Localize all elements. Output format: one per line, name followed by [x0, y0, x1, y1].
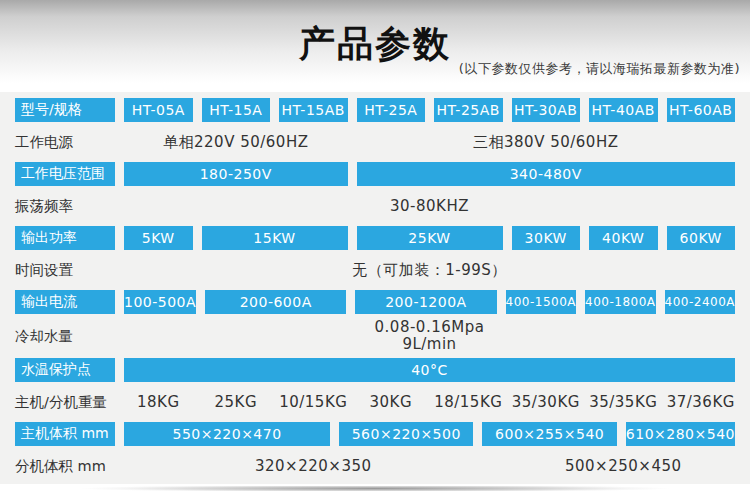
spec-cell: 180-250V	[124, 162, 348, 186]
spec-row: 主机体积 mm550×220×470560×220×500600×255×540…	[15, 420, 735, 448]
row-label: 主机/分机重量	[15, 393, 115, 412]
page-title: 产品参数	[0, 0, 750, 69]
spec-cell: 100-500A	[124, 290, 196, 314]
row-label: 输出功率	[15, 226, 115, 250]
spec-cell: 5KW	[124, 226, 193, 250]
spec-cell: 400-1500A	[506, 290, 576, 314]
spec-cell: 25KG	[202, 393, 271, 411]
spec-cell: 600×255×540	[482, 422, 616, 446]
spec-cell: 560×220×500	[339, 422, 473, 446]
spec-cell: HT-05A	[124, 98, 193, 122]
page-subtitle: (以下参数仅供参考，请以海瑞拓最新参数为准)	[459, 60, 740, 78]
spec-table: 型号/规格HT-05AHT-15AHT-15ABHT-25AHT-25ABHT-…	[0, 92, 750, 484]
spec-cell: 200-600A	[205, 290, 346, 314]
row-label: 输出电流	[15, 290, 115, 314]
spec-cell: HT-60AB	[667, 98, 736, 122]
spec-cell: 340-480V	[357, 162, 736, 186]
spec-cell: 500×250×450	[512, 457, 736, 475]
spec-row: 型号/规格HT-05AHT-15AHT-15ABHT-25AHT-25ABHT-…	[15, 96, 735, 124]
product-spec-page: 产品参数 (以下参数仅供参考，请以海瑞拓最新参数为准) 型号/规格HT-05AH…	[0, 0, 750, 504]
spec-cell: 40°C	[124, 358, 735, 382]
row-label: 工作电压范围	[15, 162, 115, 186]
row-label: 时间设置	[15, 261, 115, 280]
spec-cell: 40KW	[589, 226, 658, 250]
spec-cell: 30KW	[512, 226, 581, 250]
row-label: 工作电源	[15, 133, 115, 152]
spec-cell: 18KG	[124, 393, 193, 411]
spec-cell: 10/15KG	[279, 393, 348, 411]
spec-cell: HT-40AB	[589, 98, 658, 122]
spec-row: 输出功率5KW15KW25KW30KW40KW60KW	[15, 224, 735, 252]
spec-row: 主机/分机重量18KG25KG10/15KG30KG18/15KG35/30KG…	[15, 384, 735, 420]
row-label: 振荡频率	[15, 197, 115, 216]
spec-cell: 15KW	[202, 226, 348, 250]
spec-cell: 400-2400A	[665, 290, 735, 314]
spec-row: 分机体积 mm320×220×350500×250×450	[15, 448, 735, 484]
spec-cell: 30-80KHZ	[124, 197, 735, 215]
spec-cell: HT-30AB	[512, 98, 581, 122]
spec-cell: HT-15A	[202, 98, 271, 122]
spec-cell: 35/35KG	[589, 393, 658, 411]
spec-cell: 200-1200A	[355, 290, 496, 314]
spec-row: 工作电源单相220V 50/60HZ三相380V 50/60HZ	[15, 124, 735, 160]
spec-cell: 550×220×470	[124, 422, 330, 446]
spec-cell: 610×280×540	[626, 422, 735, 446]
spec-row: 输出电流100-500A200-600A200-1200A400-1500A40…	[15, 288, 735, 316]
row-label: 型号/规格	[15, 98, 115, 122]
spec-row: 工作电压范围180-250V340-480V	[15, 160, 735, 188]
spec-cell: 三相380V 50/60HZ	[357, 133, 736, 152]
spec-cell: HT-15AB	[279, 98, 348, 122]
spec-cell: HT-25A	[357, 98, 426, 122]
spec-cell: 30KG	[357, 393, 426, 411]
row-label: 分机体积 mm	[15, 457, 115, 476]
row-label: 水温保护点	[15, 358, 115, 382]
spec-cell: 18/15KG	[434, 393, 503, 411]
spec-cell: 37/36KG	[667, 393, 736, 411]
row-label: 冷却水量	[15, 327, 115, 346]
spec-cell: HT-25AB	[434, 98, 503, 122]
spec-row: 振荡频率30-80KHZ	[15, 188, 735, 224]
spec-cell: 单相220V 50/60HZ	[124, 133, 348, 152]
spec-cell: 25KW	[357, 226, 503, 250]
spec-cell: 无（可加装：1-99S）	[124, 261, 735, 280]
spec-cell: 60KW	[667, 226, 736, 250]
row-label: 主机体积 mm	[15, 422, 115, 446]
spec-row: 时间设置无（可加装：1-99S）	[15, 252, 735, 288]
header: 产品参数 (以下参数仅供参考，请以海瑞拓最新参数为准)	[0, 0, 750, 92]
spec-cell: 35/30KG	[512, 393, 581, 411]
divider-shadow	[0, 486, 750, 491]
spec-cell: 320×220×350	[124, 457, 503, 475]
spec-cell: 0.08-0.16Mpa 9L/min	[124, 319, 735, 354]
spec-cell: 400-1800A	[585, 290, 655, 314]
spec-row: 水温保护点40°C	[15, 356, 735, 384]
spec-row: 冷却水量0.08-0.16Mpa 9L/min	[15, 316, 735, 356]
